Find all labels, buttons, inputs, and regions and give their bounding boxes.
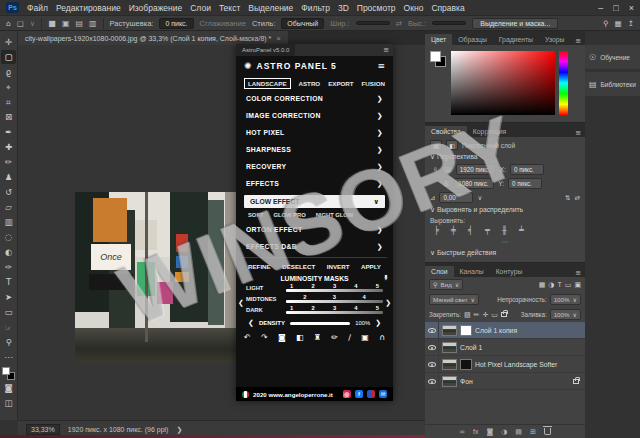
dark-mask-2[interactable]: 2 [311,305,314,311]
move-tool-icon[interactable]: ✛ [1,35,16,49]
gradient-tool-icon[interactable]: ▥ [1,215,16,229]
glow-effect-dropdown[interactable]: GLOW EFFECT ∨ [244,195,385,208]
document-tab[interactable]: city-wallpapers-1920x1080-0006.jpg @ 33,… [18,31,288,45]
flickr-icon[interactable] [367,390,375,398]
menu-filter[interactable]: Фильтр [301,3,330,13]
foreground-color-swatch[interactable] [2,367,10,375]
clone-stamp-tool-icon[interactable]: ♟ [1,170,16,184]
dark-mask-1[interactable]: 1 [290,305,293,311]
align-right-icon[interactable]: ╡ [464,226,477,235]
feather-input[interactable]: 0 пикс. [159,18,193,29]
menu-view[interactable]: Просмотр [357,3,396,13]
color-swatches[interactable] [430,51,446,67]
new-group-icon[interactable]: ▤ [515,428,522,436]
swap-dimensions-icon[interactable]: ⇄ [396,19,402,28]
density-next-icon[interactable]: ❯ [375,319,381,327]
dodge-tool-icon[interactable]: ◐ [1,245,16,259]
layer-row[interactable]: Слой 1 [425,339,585,356]
panel-menu-icon[interactable]: ≡ [575,37,585,45]
y-input[interactable]: 0 пикс. [508,178,542,189]
tab-patterns[interactable]: Узоры [539,34,570,45]
menu-3d[interactable]: 3D [338,3,349,13]
edit-toolbar-icon[interactable]: ⋯ [1,350,16,364]
status-chevron-icon[interactable]: ❯ [176,426,182,434]
light-mask-4[interactable]: 4 [354,283,357,289]
hand-tool-icon[interactable]: ☞ [1,320,16,334]
section-caret-icon[interactable]: ∨ [430,249,435,257]
dark-mask-3[interactable]: 3 [333,305,336,311]
angle-caret-icon[interactable]: ∨ [477,194,482,202]
menu-help[interactable]: Справка [431,3,464,13]
lock-all-icon[interactable] [501,312,507,317]
layer-row[interactable]: Hot Pixel Landscape Softer [425,356,585,373]
invert-button[interactable]: INVERT [327,263,350,270]
selection-intersect-icon[interactable]: ▥ [89,19,97,28]
search-icon[interactable]: ⚲ [603,19,609,28]
footer-website-link[interactable]: 2020 www.angeloperrone.it [253,391,333,398]
tab-adjustments[interactable]: Коррекция [467,126,512,137]
foreground-color-swatch[interactable] [430,51,441,62]
refine-button[interactable]: REFINE [248,263,271,270]
light-mask-1[interactable]: 1 [290,283,293,289]
arch-icon[interactable]: ∩ [379,333,385,342]
section-caret-icon[interactable]: ∨ [430,206,435,214]
blend-mode-select[interactable]: Мягкий свет ∨ [429,294,479,305]
link-layers-icon[interactable]: ∞ [459,428,465,436]
frames-icon[interactable]: ▣ [361,333,369,342]
section-caret-icon[interactable]: ∨ [430,153,435,161]
density-prev-icon[interactable]: ❮ [248,319,254,327]
layer-thumbnail[interactable] [442,342,457,353]
filter-type-icon[interactable]: T [557,281,561,288]
dark-mask-5[interactable]: 5 [376,305,379,311]
current-tool-icon[interactable]: ▢ [17,19,24,28]
document-close-icon[interactable]: × [276,34,281,43]
width-input[interactable]: 1920 пикс. [456,164,496,175]
layer-mask-icon[interactable]: ◙ [278,333,286,342]
minimize-button[interactable]: – [598,3,603,13]
image-correction-button[interactable]: IMAGE CORRECTION ❯ [236,107,393,124]
contrast-icon[interactable]: ◧ [296,333,304,342]
style-select[interactable]: Обычный [281,18,324,29]
density-slider[interactable] [290,322,350,325]
history-brush-tool-icon[interactable]: ↺ [1,185,16,199]
menu-window[interactable]: Окно [404,3,424,13]
color-correction-button[interactable]: COLOR CORRECTION ❯ [236,90,393,107]
libraries-panel-button[interactable]: ▤ Библиотеки [585,72,640,96]
eraser-tool-icon[interactable]: ▱ [1,200,16,214]
zoom-level-input[interactable]: 33,33% [26,424,60,435]
lock-position-icon[interactable]: ✛ [482,311,488,319]
tab-astro[interactable]: ASTRO [299,80,321,87]
layer-name[interactable]: Слой 1 [460,344,482,351]
healing-brush-tool-icon[interactable]: ✚ [1,140,16,154]
lock-pixels-icon[interactable]: ✏ [474,311,480,319]
dark-mask-4[interactable]: 4 [354,305,357,311]
link-dimensions-icon[interactable]: ∞ [431,165,440,175]
maximize-button[interactable]: □ [613,3,618,13]
masks-next-icon[interactable]: ❯ [385,299,391,307]
menu-layers[interactable]: Слои [190,3,211,13]
saturation-brightness-field[interactable] [451,51,555,115]
panel-menu-icon[interactable]: ≡ [575,129,585,137]
layer-mask-thumbnail[interactable] [460,325,472,336]
height-input[interactable]: 1080 пикс. [454,178,494,189]
effects-db-button[interactable]: EFFECTS D&B ❯ [236,238,393,255]
new-layer-icon[interactable]: ⊞ [530,428,536,436]
soft-button[interactable]: SOFT [248,212,263,218]
home-icon[interactable]: ⌂ [6,19,11,28]
flip-horizontal-icon[interactable]: ⇄ [575,194,580,202]
frame-tool-icon[interactable]: ⊠ [1,110,16,124]
light-mask-5[interactable]: 5 [376,283,379,289]
share-icon[interactable]: ↥ [628,19,634,28]
select-and-mask-button[interactable]: Выделение и маска... [472,18,558,29]
x-input[interactable]: 0 пикс. [510,164,544,175]
screen-mode-icon[interactable]: ◫ [1,396,16,410]
lasso-tool-icon[interactable]: ϱ [1,65,16,79]
align-v-center-icon[interactable]: ╫ [498,226,511,235]
adjustment-layer-icon[interactable]: ◑ [501,428,507,436]
filter-adjustment-icon[interactable]: ◑ [548,281,554,289]
glow-pro-button[interactable]: GLOW PRO [273,212,305,218]
delete-layer-icon[interactable] [544,428,551,435]
facebook-icon[interactable]: f [355,390,363,398]
night-glow-button[interactable]: NIGHT GLOW [316,212,354,218]
layer-row[interactable]: Слой 1 копия [425,322,585,339]
